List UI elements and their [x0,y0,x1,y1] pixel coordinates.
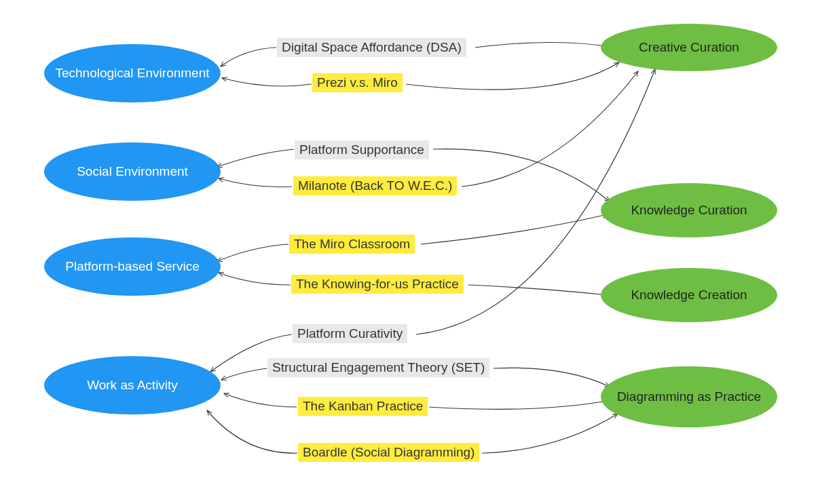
node-label: Knowledge Curation [631,202,747,219]
node-tech-env: Technological Environment [44,44,221,102]
label-dsa: Digital Space Affordance (DSA) [277,38,466,57]
label-boardle: Boardle (Social Diagramming) [298,443,479,462]
node-knowledge-creation: Knowledge Creation [601,268,777,322]
label-platform-supportance: Platform Supportance [295,140,429,159]
label-prezi-miro: Prezi v.s. Miro [312,73,403,92]
node-label: Platform-based Service [65,258,199,275]
label-knowing-for-us: The Knowing-for-us Practice [291,275,464,294]
node-label: Diagramming as Practice [617,389,761,406]
node-label: Social Environment [77,163,188,180]
node-platform-service: Platform-based Service [44,237,221,296]
label-set: Structural Engagement Theory (SET) [267,358,489,377]
label-miro-classroom: The Miro Classroom [289,235,415,254]
node-knowledge-curation: Knowledge Curation [601,183,777,237]
label-kanban-practice: The Kanban Practice [298,397,428,416]
node-label: Knowledge Creation [631,287,747,304]
node-label: Technological Environment [55,65,209,82]
node-creative-curation: Creative Curation [601,24,777,71]
node-diagramming-practice: Diagramming as Practice [601,366,777,427]
node-work-activity: Work as Activity [44,356,221,414]
node-label: Work as Activity [87,377,178,394]
label-platform-curativity: Platform Curativity [293,324,407,343]
label-milanote: Milanote (Back TO W.E.C.) [293,176,457,195]
node-label: Creative Curation [639,39,739,56]
node-social-env: Social Environment [44,142,221,201]
